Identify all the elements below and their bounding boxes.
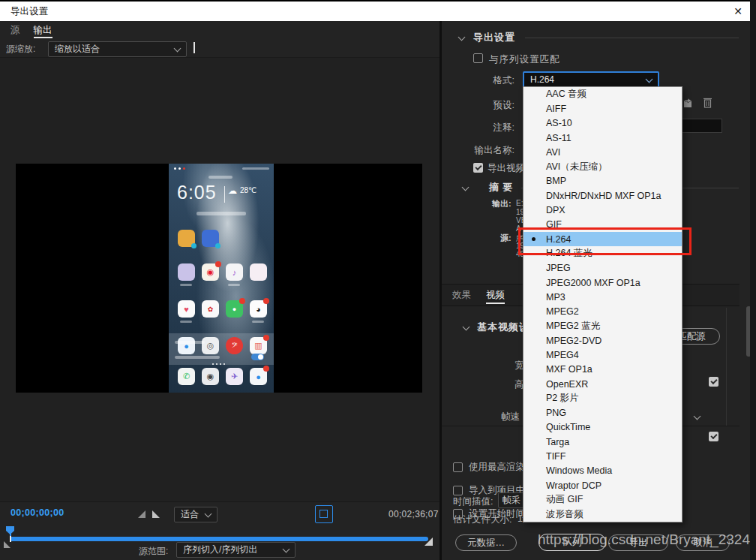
format-option[interactable]: AAC 音频 [524,87,682,101]
close-icon[interactable]: ✕ [726,2,750,21]
format-option[interactable]: MP3 [524,290,682,304]
video-preview-area: 6:05 ☁ 28℃ ◉ ♪ ♥ ✿ ● ◕ ● ◎ 𝄢 ▥ [0,58,440,501]
option-checkbox[interactable] [453,462,463,472]
format-option-label: AIFF [546,104,566,114]
format-option[interactable]: MXF OP1a [524,363,682,377]
format-option-label: P2 影片 [546,392,579,405]
output-name-label: 输出名称: [462,144,514,157]
format-option[interactable]: GIF [524,218,682,232]
format-option[interactable]: TIFF [524,449,682,463]
selected-bullet-icon [532,237,536,241]
format-option-label: TIFF [546,451,566,462]
export-video-checkbox[interactable] [473,163,483,173]
format-option-label: Windows Media [546,465,612,476]
format-option[interactable]: JPEG [524,261,682,275]
range-out-handle[interactable] [424,537,433,546]
format-option[interactable]: MPEG4 [524,348,682,362]
format-option[interactable]: Wraptor DCP [524,478,682,492]
delete-preset-icon[interactable] [703,97,712,108]
option-checkbox[interactable] [453,486,463,495]
format-option[interactable]: BMP [524,174,682,188]
format-option[interactable]: PNG [524,406,682,420]
format-option-label: AS-10 [546,118,572,128]
format-option-label: JPEG2000 MXF OP1a [546,278,640,288]
format-option-label: AAC 音频 [546,88,586,101]
format-option[interactable]: 动画 GIF [524,492,682,507]
format-option-label: 波形音频 [546,508,584,521]
format-option-label: AVI [546,147,560,158]
phone-temperature: 28℃ [240,186,256,194]
format-option[interactable]: AIFF [524,101,682,116]
format-option[interactable]: JPEG2000 MXF OP1a [524,275,682,290]
timeline-range-bar[interactable] [10,537,428,541]
format-option-label: Targa [546,437,569,447]
metadata-button[interactable]: 元数据… [455,534,517,551]
settings-tab-label: 效果 [452,290,471,300]
chevron-down-icon [205,510,212,518]
format-option-label: MPEG2 [546,306,579,317]
format-option[interactable]: AS-10 [524,116,682,131]
source-scaling-dropdown[interactable]: 缩放以适合 [48,41,187,57]
save-preset-icon[interactable] [683,98,695,109]
range-in-handle[interactable] [4,541,10,548]
format-option-label: QuickTime [546,422,590,432]
format-option[interactable]: OpenEXR [524,377,682,391]
out-marker-icon[interactable] [152,510,160,518]
format-option[interactable]: MPEG2-DVD [524,333,682,348]
format-option-label: 动画 GIF [546,493,583,506]
option-label: 使用最高渲染 [469,461,525,474]
format-option-label: DPX [546,205,566,215]
source-range-dropdown[interactable]: 序列切入/序列切出 [176,542,296,558]
settings-tab[interactable]: 效果 [452,285,471,306]
format-option[interactable]: H.264 [524,232,682,246]
format-option-label: Wraptor DCP [546,480,602,491]
format-option-label: H.264 蓝光 [546,247,592,260]
preview-zoom-dropdown[interactable]: 适合 [174,507,218,522]
format-option-label: BMP [546,176,566,186]
format-option[interactable]: AVI [524,145,682,159]
in-marker-icon[interactable] [138,510,146,518]
source-scaling-value: 缩放以适合 [55,42,100,56]
format-option[interactable]: AS-11 [524,131,682,145]
preview-tab[interactable]: 源 [10,21,20,39]
format-option[interactable]: AVI（未压缩） [524,159,682,173]
width-link-checkbox[interactable] [709,377,718,387]
format-option[interactable]: QuickTime [524,420,682,435]
preview-tab[interactable]: 输出 [34,21,52,39]
match-sequence-label: 与序列设置匹配 [489,53,560,66]
format-option[interactable]: DPX [524,203,682,217]
dialog-title: 导出设置 [10,2,48,21]
chevron-down-icon [646,76,653,83]
format-option[interactable]: Targa [524,435,682,449]
time-interpolation-label: 时间插值: [453,495,493,508]
format-option-label: MP3 [546,292,566,303]
crop-icon[interactable] [315,505,333,523]
time-interpolation-dropdown[interactable]: 帧采 [498,492,524,508]
format-option[interactable]: P2 影片 [524,391,682,405]
format-option[interactable]: Windows Media [524,464,682,478]
format-option[interactable]: MPEG2 [524,304,682,318]
title-bar[interactable]: 导出设置 ✕ [0,2,750,21]
settings-tab[interactable]: 视频 [486,285,505,306]
text-caret [194,42,195,53]
divider [525,38,739,38]
format-dropdown[interactable]: H.264 [523,71,659,88]
format-option-label: MPEG2-DVD [546,336,602,346]
format-option[interactable]: MPEG2 蓝光 [524,319,682,333]
current-timecode[interactable]: 00;00;00;00 [10,507,64,518]
format-option[interactable]: 波形音频 [524,507,682,522]
window-right-edge [750,0,756,560]
format-option[interactable]: H.264 蓝光 [524,246,682,260]
divider [726,308,727,426]
chevron-down-icon [174,45,182,53]
format-option-label: AVI（未压缩） [546,161,608,173]
preview-zoom-value: 适合 [181,507,199,522]
format-option[interactable]: DNxHR/DNxHD MXF OP1a [524,188,682,203]
summary-header: 摘 要 [489,181,514,194]
chevron-down-icon [283,546,290,553]
frame-rate-checkbox[interactable] [709,432,718,441]
format-option-label: MPEG4 [546,350,579,360]
preset-label: 预设: [480,99,514,112]
format-option-label: MXF OP1a [546,364,592,375]
match-sequence-checkbox[interactable] [473,53,483,63]
